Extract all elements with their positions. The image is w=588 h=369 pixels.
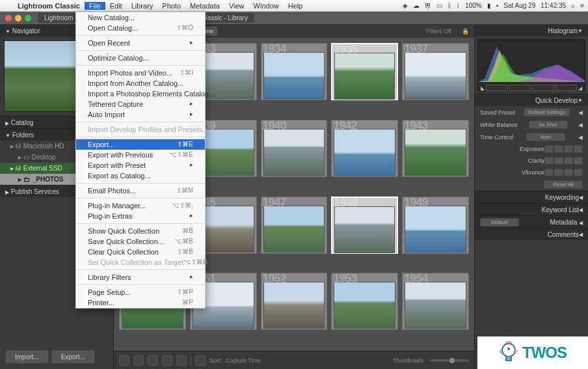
menu-item[interactable]: Plug-in Extras▸ [76,211,205,221]
clarity-stepper[interactable] [544,157,583,165]
search-icon[interactable]: ⌕ [571,2,575,9]
grid-cell[interactable]: 1934 [261,43,328,100]
grid-cell[interactable]: 1935 [331,43,398,100]
exposure-stepper[interactable] [544,145,583,153]
grid-cell[interactable]: 1952 [261,273,328,330]
people-view-icon[interactable] [176,355,187,366]
menu-item[interactable]: Plug-in Manager...⌥⇧⌘, [76,200,205,211]
menu-item[interactable]: Printer...⌘P [76,297,205,308]
comments-header[interactable]: Comments ◀ [475,228,588,240]
collapse-icon[interactable]: ◀ [578,122,583,128]
saved-preset-select[interactable]: Default Settings [524,108,569,116]
grid-cell[interactable]: 1940 [261,120,328,177]
collapse-icon[interactable]: ◀ [578,109,583,116]
thumbnail-image[interactable] [334,53,395,100]
dropbox-icon[interactable]: ◈ [403,2,408,9]
menu-window[interactable]: Window [249,2,284,10]
grid-cell[interactable]: 1937 [402,43,469,100]
loupe-view-icon[interactable] [133,355,144,366]
grid-cell[interactable]: 1948 [331,197,398,254]
thumbnail-image[interactable] [263,129,325,176]
keyword-list-header[interactable]: Keyword List ◀ [475,204,588,215]
display-icon[interactable]: ▭ [436,2,442,9]
close-button[interactable] [5,15,12,21]
bluetooth-icon[interactable]: ᛒ [448,2,451,9]
menu-edit[interactable]: Edit [105,2,127,10]
grid-cell[interactable]: 1953 [331,273,398,330]
menu-metadata[interactable]: Metadata [185,2,224,10]
menu-item[interactable]: Optimize Catalog... [76,53,205,63]
vibrance-stepper[interactable] [544,169,583,176]
menu-item[interactable]: Import a Photoshop Elements Catalog... [76,89,205,99]
app-name[interactable]: Lightroom Classic [13,2,85,10]
menu-item[interactable]: Show Quick Collection⌘B [76,226,205,236]
metadata-header[interactable]: DefaultMetadata ◀ [475,216,588,228]
menu-item[interactable]: Open Catalog...⇧⌘O [76,23,205,33]
menu-item[interactable]: Import Photos and Video...⇧⌘I [76,68,205,78]
wb-select[interactable]: As Shot [529,120,568,129]
menu-item[interactable]: Tethered Capture▸ [76,99,205,109]
compare-view-icon[interactable] [148,355,158,366]
thumbnail-image[interactable] [334,282,395,329]
collapse-icon[interactable]: ◀ [578,134,583,141]
thumbnail-image[interactable] [405,129,466,176]
wifi-icon[interactable]: ⧙ [457,2,460,9]
lock-icon[interactable]: 🔒 [462,28,469,34]
maximize-button[interactable] [25,15,31,21]
filters-off-label[interactable]: Filters Off [426,28,451,34]
menu-help[interactable]: Help [284,2,308,10]
menu-item[interactable]: Export...⇧⌘E [76,139,205,150]
menu-view[interactable]: View [224,2,249,10]
menu-item[interactable]: Clear Quick Collection⇧⌘B [76,247,205,257]
thumbnail-image[interactable] [405,52,466,99]
auto-tone-button[interactable]: Auto [526,133,565,141]
export-button[interactable]: Export... [51,350,95,364]
menu-photo[interactable]: Photo [157,2,185,10]
menu-library[interactable]: Library [127,2,158,10]
import-button[interactable]: Import... [5,350,49,364]
thumbnail-image[interactable] [405,206,466,253]
grid-cell[interactable]: 1943 [402,120,469,177]
thumbnail-image[interactable] [263,282,325,329]
grid-cell[interactable]: 1947 [261,197,328,254]
menu-extras-icon[interactable]: ≡ [580,2,584,9]
menu-item[interactable]: Save Quick Collection...⌥⌘B [76,236,205,247]
menu-item[interactable]: Export as Catalog... [76,171,205,181]
flag-icon[interactable]: ▪ [496,2,499,9]
menu-item[interactable]: Open Recent▸ [76,38,205,48]
menu-item[interactable]: Page Setup...⇧⌘P [76,287,205,297]
survey-view-icon[interactable] [162,355,172,366]
menu-separator [76,223,205,224]
menu-item[interactable]: Auto Import▸ [76,109,205,120]
thumbnail-image[interactable] [334,129,395,176]
histogram-header[interactable]: Histogram ▼ [475,25,588,36]
thumbnail-image[interactable] [263,52,325,99]
reset-all-button[interactable]: Reset All [544,180,583,189]
keywording-header[interactable]: Keywording ◀ [475,191,588,203]
grid-view-icon[interactable] [119,355,129,366]
sort-value[interactable]: Capture Time [226,357,261,364]
minimize-button[interactable] [15,15,21,21]
grid-cell[interactable]: 1942 [331,120,398,177]
cloud-icon[interactable]: ☁ [413,2,420,9]
grid-cell[interactable]: 1954 [402,273,469,330]
grid-cell[interactable]: 1949 [402,197,469,254]
thumbnail-image[interactable] [263,206,325,253]
thumbnail-image[interactable] [405,282,466,329]
thumbnail-size-slider[interactable] [430,359,469,362]
menu-item[interactable]: Email Photos...⇧⌘M [76,185,205,196]
menu-file[interactable]: File [85,2,105,10]
painter-icon[interactable] [195,355,206,366]
metadata-preset[interactable]: Default [480,218,519,226]
shield-icon[interactable]: ⛨ [425,2,431,9]
menu-item[interactable]: Library Filters▸ [76,272,205,282]
menu-item[interactable]: Import from Another Catalog... [76,78,205,89]
menu-item[interactable]: Export with Previous⌥⇧⌘E [76,150,205,160]
hist-clip-right-icon[interactable]: ◢ [578,85,582,91]
hist-clip-left-icon[interactable]: ◣ [481,85,485,91]
battery-icon[interactable]: ▮ [487,2,491,9]
quick-develop-header[interactable]: Quick Develop ▼ [475,94,588,106]
menu-item[interactable]: New Catalog... [76,12,205,23]
menu-item[interactable]: Export with Preset▸ [76,160,205,171]
thumbnail-image[interactable] [334,206,395,253]
